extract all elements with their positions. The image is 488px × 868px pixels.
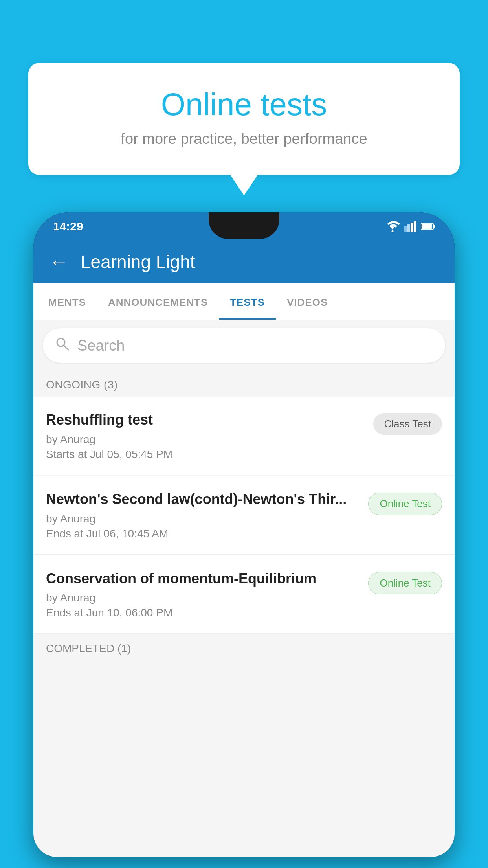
back-button[interactable]: ←: [49, 250, 69, 273]
test-title-2: Newton's Second law(contd)-Newton's Thir…: [46, 490, 360, 509]
completed-section-header: COMPLETED (1): [33, 634, 455, 660]
tab-videos[interactable]: VIDEOS: [276, 283, 339, 320]
ongoing-section-header: ONGOING (3): [33, 371, 455, 397]
status-icons: [385, 221, 435, 232]
test-card-1[interactable]: Reshuffling test by Anurag Starts at Jul…: [33, 397, 455, 475]
phone-frame: 14:29: [33, 212, 455, 857]
phone-screen: Search ONGOING (3) Reshuffling test by A…: [33, 320, 455, 857]
tab-tests[interactable]: TESTS: [219, 283, 276, 320]
wifi-icon: [385, 221, 400, 232]
test-date-2: Ends at Jul 06, 10:45 AM: [46, 528, 360, 540]
search-icon: [55, 336, 70, 355]
test-badge-2: Online Test: [368, 493, 442, 515]
test-date-1: Starts at Jul 05, 05:45 PM: [46, 448, 365, 461]
test-title-3: Conservation of momentum-Equilibrium: [46, 570, 360, 588]
svg-rect-4: [414, 221, 416, 232]
svg-rect-1: [404, 226, 407, 232]
svg-rect-2: [407, 224, 410, 232]
svg-line-9: [64, 346, 68, 350]
svg-rect-3: [411, 223, 413, 232]
test-info-2: Newton's Second law(contd)-Newton's Thir…: [46, 490, 368, 540]
test-card-3[interactable]: Conservation of momentum-Equilibrium by …: [33, 555, 455, 634]
tab-announcements[interactable]: ANNOUNCEMENTS: [97, 283, 219, 320]
test-badge-3: Online Test: [368, 572, 442, 594]
test-card-2[interactable]: Newton's Second law(contd)-Newton's Thir…: [33, 476, 455, 555]
test-author-3: by Anurag: [46, 592, 360, 604]
app-bar: ← Learning Light: [33, 241, 455, 283]
status-bar: 14:29: [33, 212, 455, 241]
phone-container: 14:29: [33, 212, 455, 868]
test-author-2: by Anurag: [46, 513, 360, 525]
app-bar-title: Learning Light: [81, 251, 195, 272]
test-author-1: by Anurag: [46, 433, 365, 446]
speech-bubble-card: Online tests for more practice, better p…: [28, 63, 460, 175]
search-bar[interactable]: Search: [43, 328, 445, 363]
bubble-title: Online tests: [48, 86, 440, 123]
tab-ments[interactable]: MENTS: [37, 283, 97, 320]
svg-rect-7: [422, 224, 432, 229]
battery-icon: [421, 223, 435, 230]
search-placeholder: Search: [77, 337, 125, 354]
signal-icon: [404, 221, 416, 232]
test-info-1: Reshuffling test by Anurag Starts at Jul…: [46, 411, 373, 461]
test-info-3: Conservation of momentum-Equilibrium by …: [46, 570, 368, 620]
status-time: 14:29: [53, 220, 83, 233]
phone-inner: 14:29: [33, 212, 455, 857]
test-date-3: Ends at Jun 10, 06:00 PM: [46, 607, 360, 619]
test-title-1: Reshuffling test: [46, 411, 365, 429]
svg-point-0: [392, 230, 394, 232]
svg-rect-6: [433, 225, 435, 228]
bubble-subtitle: for more practice, better performance: [48, 131, 440, 147]
tab-bar: MENTS ANNOUNCEMENTS TESTS VIDEOS: [33, 283, 455, 320]
test-badge-1: Class Test: [373, 413, 442, 435]
